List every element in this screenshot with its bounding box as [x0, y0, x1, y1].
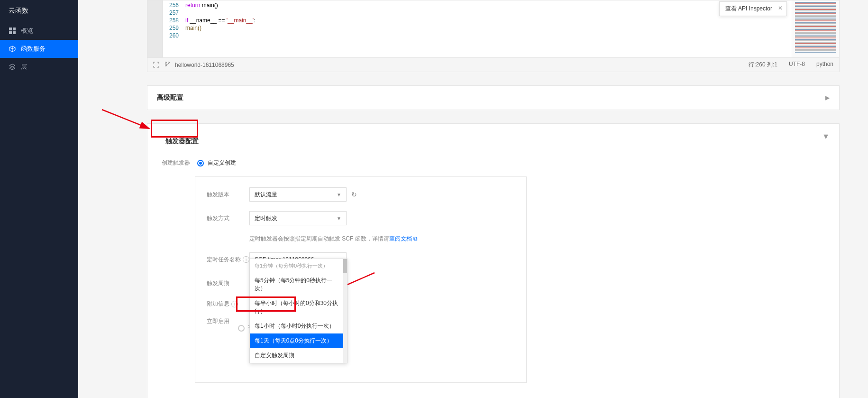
sidebar-title: 云函数: [0, 0, 78, 22]
version-select[interactable]: 默认流量 ▼: [249, 187, 347, 202]
version-label: 触发版本: [207, 191, 249, 199]
sidebar-item-overview[interactable]: 概览: [0, 22, 78, 40]
svg-point-4: [165, 62, 167, 64]
refresh-icon[interactable]: ↻: [351, 191, 357, 198]
sidebar-item-functions[interactable]: 函数服务: [0, 40, 78, 58]
grid-icon: [9, 27, 16, 35]
method-label: 触发方式: [207, 214, 249, 222]
close-icon[interactable]: ✕: [778, 5, 783, 11]
sidebar-item-label: 层: [21, 63, 27, 71]
svg-rect-0: [9, 28, 12, 30]
editor-filename: helloworld-1611068965: [175, 62, 234, 68]
external-link-icon: ⧉: [413, 235, 418, 242]
file-language: python: [816, 61, 833, 69]
chevron-down-icon[interactable]: ▼: [822, 132, 830, 141]
trigger-form: 触发版本 默认流量 ▼ ↻ 触发方式 定时触发 ▼ 定时触发器会按照指定周期自动…: [195, 176, 527, 383]
dropdown-option[interactable]: 每1分钟（每分钟0秒执行一次）: [250, 259, 347, 273]
dropdown-option[interactable]: 每1小时（每小时0分执行一次）: [250, 319, 347, 333]
trigger-config-section: 触发器配置 ▼ 创建触发器 自定义创建 触发版本 默认流量 ▼ ↻ 触发方式: [147, 123, 840, 398]
advanced-config-title: 高级配置: [157, 93, 183, 102]
scrollbar-thumb[interactable]: [343, 259, 347, 273]
custom-create-radio[interactable]: 自定义创建: [197, 159, 236, 167]
file-encoding: UTF-8: [789, 61, 805, 69]
method-select[interactable]: 定时触发 ▼: [249, 211, 347, 225]
dropdown-option[interactable]: 自定义触发周期: [250, 348, 347, 363]
task-name-label: 定时任务名称 i: [207, 256, 249, 264]
extra-info-label: 附加信息 i: [207, 300, 249, 308]
cube-icon: [9, 45, 16, 53]
fullscreen-icon[interactable]: [153, 62, 160, 68]
svg-rect-2: [9, 31, 12, 34]
code-minimap[interactable]: [792, 0, 839, 57]
editor-gutter: [147, 0, 163, 57]
dropdown-option[interactable]: 每半小时（每小时的0分和30分执行）: [250, 296, 347, 319]
help-icon[interactable]: i: [243, 256, 249, 263]
dropdown-option[interactable]: 每5分钟（每5分钟的0秒执行一次）: [250, 273, 347, 296]
code-editor[interactable]: 256 257 258 259 260 return main() if __n…: [147, 0, 839, 57]
cycle-label: 触发周期: [207, 279, 249, 287]
sidebar-item-label: 函数服务: [21, 45, 46, 53]
caret-down-icon: ▼: [337, 192, 341, 197]
cycle-dropdown: 每1分钟（每分钟0秒执行一次） 每5分钟（每5分钟的0秒执行一次） 每半小时（每…: [249, 259, 347, 363]
main-content: 256 257 258 259 260 return main() if __n…: [85, 0, 868, 398]
help-icon[interactable]: i: [231, 301, 238, 307]
caret-down-icon: ▼: [337, 216, 341, 221]
sidebar: 云函数 概览 函数服务 层: [0, 0, 78, 398]
radio-checked-icon: [197, 160, 204, 167]
chevron-right-icon: ▶: [825, 94, 830, 101]
svg-rect-3: [13, 31, 16, 34]
branch-icon: [164, 61, 170, 68]
scrollbar[interactable]: [343, 259, 347, 363]
radio-unchecked-icon: [238, 325, 245, 332]
layers-icon: [9, 63, 16, 71]
trigger-config-title: 触发器配置: [157, 132, 207, 150]
svg-rect-1: [13, 28, 16, 30]
dropdown-option-selected[interactable]: 每1天（每天0点0分执行一次）: [250, 333, 347, 348]
docs-link[interactable]: 查阅文档: [389, 235, 412, 242]
sidebar-item-layers[interactable]: 层: [0, 58, 78, 76]
sidebar-item-label: 概览: [21, 27, 33, 35]
create-trigger-row: 创建触发器 自定义创建: [157, 159, 830, 167]
api-inspector-toast[interactable]: 查看 API Inspector ✕: [719, 1, 787, 16]
editor-status-bar: helloworld-1611068965 行:260 列:1 UTF-8 py…: [147, 57, 839, 72]
svg-point-6: [165, 65, 167, 66]
cursor-position: 行:260 列:1: [749, 61, 777, 69]
code-editor-card: 256 257 258 259 260 return main() if __n…: [147, 0, 840, 72]
svg-point-5: [168, 62, 170, 64]
hint-text: 定时触发器会按照指定周期自动触发 SCF 函数，详情请查阅文档 ⧉: [249, 235, 418, 243]
create-trigger-label: 创建触发器: [162, 159, 197, 167]
line-numbers: 256 257 258 259 260: [163, 0, 182, 57]
advanced-config-section[interactable]: 高级配置 ▶: [147, 85, 840, 110]
